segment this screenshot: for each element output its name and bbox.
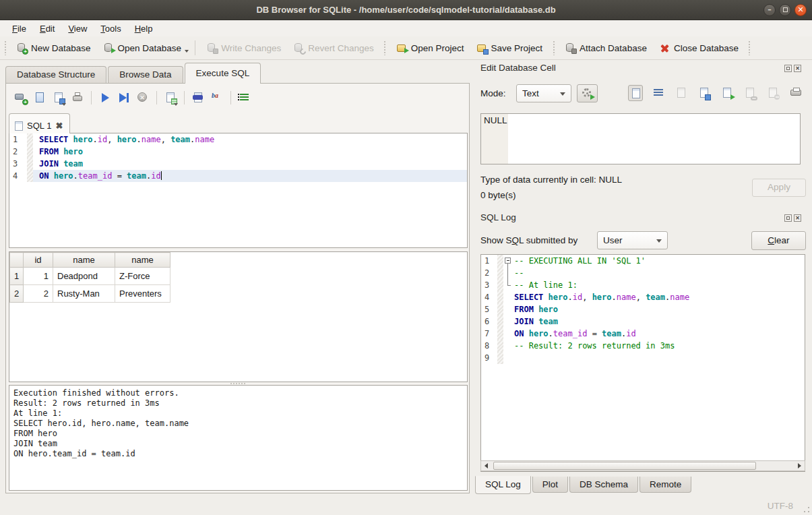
minimize-icon[interactable]: – (763, 4, 776, 16)
results-grid[interactable]: idnamename11DeadpondZ-Force22Rusty-ManPr… (9, 251, 468, 382)
corner-header[interactable] (10, 253, 24, 268)
open-tab-icon[interactable]: + (14, 91, 28, 104)
table-cell[interactable]: Rusty-Man (53, 285, 115, 303)
save-project-button[interactable]: Save Project (470, 40, 549, 57)
menu-help[interactable]: Help (128, 22, 160, 35)
format-sql-icon[interactable] (238, 91, 251, 104)
log-horizontal-scrollbar[interactable] (480, 460, 805, 471)
execute-all-icon[interactable] (98, 91, 112, 104)
sql-log-view[interactable]: 1-- EXECUTING ALL IN 'SQL 1'2--3-- At li… (480, 254, 805, 472)
text-cursor (161, 171, 162, 180)
tab-close-icon[interactable]: ✖ (55, 122, 63, 130)
edit-cell-dock-title: Edit Database Cell (480, 63, 556, 73)
word-wrap-icon[interactable] (651, 85, 666, 101)
table-cell[interactable]: Deadpond (53, 268, 115, 285)
encoding-indicator[interactable]: UTF-8 (768, 501, 793, 511)
menu-tools[interactable]: Tools (94, 22, 127, 35)
dock-tab-plot[interactable]: Plot (532, 477, 568, 493)
log-line: 4SELECT hero.id, hero.name, team.name (481, 291, 805, 303)
set-null-icon[interactable] (766, 85, 780, 101)
scrollbar-thumb[interactable] (493, 462, 756, 470)
open-sql-file-icon[interactable] (33, 91, 46, 104)
fold-collapse-icon[interactable] (505, 258, 511, 264)
execute-line-icon[interactable] (117, 91, 131, 104)
toolbar-handle[interactable] (748, 40, 751, 55)
log-line-text: -- EXECUTING ALL IN 'SQL 1' (513, 255, 646, 267)
open-database-button[interactable]: Open Database (97, 40, 188, 57)
line-number: 6 (481, 315, 497, 328)
print-icon[interactable] (71, 91, 84, 104)
revert-changes-button[interactable]: Revert Changes (287, 40, 380, 57)
dock-tab-remote[interactable]: Remote (639, 477, 691, 493)
tab-browse-data[interactable]: Browse Data (108, 66, 183, 84)
stop-icon[interactable]: ✕ (136, 91, 150, 104)
float-panel-icon[interactable] (784, 65, 792, 72)
text-mode-icon[interactable] (628, 85, 643, 101)
dock-tab-db-schema[interactable]: DB Schema (569, 477, 638, 493)
open-project-button[interactable]: Open Project (390, 40, 470, 57)
toolbar-handle[interactable] (552, 40, 555, 55)
tab-sql-1[interactable]: SQL 1 ✖ (9, 113, 70, 133)
float-panel-icon[interactable] (784, 214, 792, 222)
menu-file[interactable]: File (5, 22, 33, 35)
log-filter-combobox[interactable]: User (597, 231, 668, 249)
scroll-right-icon[interactable] (794, 461, 805, 471)
close-database-button[interactable]: Close Database (653, 40, 745, 57)
window-controls: – ✕ (763, 4, 807, 16)
column-header-name[interactable]: name (53, 253, 115, 268)
fold-column (503, 315, 513, 328)
tab-database-structure[interactable]: Database Structure (5, 66, 106, 84)
find-icon[interactable] (191, 91, 205, 104)
mode-combobox[interactable]: Text (516, 84, 571, 102)
save-results-icon[interactable] (164, 91, 177, 104)
gutter-separator (497, 255, 503, 267)
panel-splitter[interactable] (470, 83, 474, 493)
menu-view[interactable]: View (61, 22, 94, 35)
find-replace-icon[interactable]: ba (210, 91, 224, 104)
column-header-name[interactable]: name (115, 253, 170, 268)
toolbar-separator (91, 91, 92, 104)
fold-column[interactable] (503, 255, 513, 267)
print-cell-icon[interactable] (788, 85, 803, 101)
import-file-icon[interactable] (674, 85, 689, 101)
cell-value-editor[interactable]: NULL (480, 113, 801, 164)
table-cell[interactable]: 2 (24, 285, 53, 303)
dock-tab-sql-log[interactable]: SQL Log (475, 476, 531, 494)
row-header[interactable]: 2 (10, 285, 24, 303)
dropdown-arrow-icon[interactable] (185, 50, 189, 53)
toolbar-handle[interactable] (383, 40, 387, 55)
attach-database-icon (565, 42, 576, 54)
close-panel-icon[interactable]: ✕ (794, 65, 801, 72)
table-cell[interactable]: 1 (24, 268, 53, 285)
mode-value: Text (522, 88, 539, 98)
tab-execute-sql[interactable]: Execute SQL (185, 63, 261, 84)
column-header-id[interactable]: id (24, 253, 53, 268)
save-sql-file-icon[interactable] (52, 91, 65, 104)
export-file-icon[interactable] (720, 85, 735, 101)
link-cell-icon[interactable] (743, 85, 757, 101)
table-cell[interactable]: Preventers (115, 285, 170, 303)
maximize-icon[interactable] (779, 4, 791, 16)
title-bar[interactable]: DB Browser for SQLite - /home/user/code/… (0, 0, 812, 20)
scroll-left-icon[interactable] (481, 461, 492, 471)
clear-button[interactable]: Clear (751, 231, 806, 250)
sql-editor[interactable]: 1SELECT hero.id, hero.name, team.name2FR… (9, 133, 468, 248)
toolbar-handle[interactable] (3, 40, 7, 55)
write-changes-button[interactable]: Write Changes (200, 40, 287, 57)
save-file-icon[interactable] (697, 85, 712, 101)
table-row: 11DeadpondZ-Force (10, 268, 170, 285)
resize-grip[interactable] (803, 506, 810, 513)
row-header[interactable]: 1 (10, 268, 24, 285)
attach-database-button[interactable]: Attach Database (559, 40, 653, 57)
import-mode-button[interactable] (577, 84, 598, 102)
execution-message-area[interactable]: Execution finished without errors. Resul… (9, 385, 468, 491)
close-panel-icon[interactable]: ✕ (794, 214, 801, 222)
close-icon[interactable]: ✕ (794, 4, 807, 16)
log-line-text: SELECT hero.id, hero.name, team.name (513, 291, 689, 303)
table-cell[interactable]: Z-Force (115, 268, 170, 285)
line-number: 7 (481, 328, 497, 340)
sql-log-dock-buttons: ✕ (784, 214, 801, 222)
apply-button[interactable]: Apply (752, 179, 806, 197)
menu-edit[interactable]: Edit (33, 22, 61, 35)
new-database-button[interactable]: +New Database (10, 40, 97, 57)
